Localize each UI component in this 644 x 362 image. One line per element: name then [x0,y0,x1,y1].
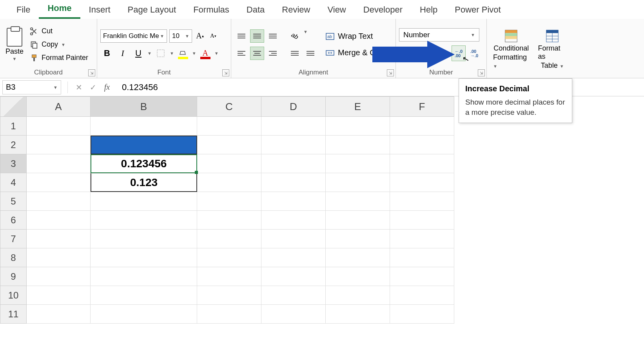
cell-B3[interactable]: 0.123456 [91,154,197,173]
cell-A11[interactable] [27,305,91,324]
number-format-select[interactable]: Number▼ [399,28,479,42]
cancel-formula-button[interactable]: ✕ [72,80,86,94]
row-header-6[interactable]: 6 [0,211,27,230]
cell-D9[interactable] [261,267,326,286]
cell-B5[interactable] [91,192,197,211]
cell-E10[interactable] [326,286,390,305]
conditional-formatting-button[interactable]: Conditional Formatting ▼ [490,28,532,71]
tab-file[interactable]: File [8,2,39,19]
cell-B7[interactable] [91,230,197,248]
clipboard-dialog-launcher[interactable]: ⇲ [88,69,95,76]
row-header-4[interactable]: 4 [0,173,27,192]
cell-F10[interactable] [390,286,454,305]
tab-home[interactable]: Home [39,0,80,19]
tab-view[interactable]: View [319,2,354,19]
column-header-E[interactable]: E [326,96,390,117]
tab-insert[interactable]: Insert [80,2,119,19]
cell-D4[interactable] [261,173,326,192]
font-color-button[interactable]: A [199,47,212,60]
cell-E1[interactable] [326,117,390,136]
chevron-down-icon[interactable]: ▼ [303,29,308,43]
cell-C8[interactable] [197,248,261,267]
cell-C4[interactable] [197,173,261,192]
cell-A6[interactable] [27,211,91,230]
row-header-3[interactable]: 3 [0,154,27,173]
borders-button[interactable] [154,47,167,60]
cell-F4[interactable] [390,173,454,192]
orientation-button[interactable]: ab [288,29,302,43]
chevron-down-icon[interactable]: ▼ [214,51,219,56]
cell-F11[interactable] [390,305,454,324]
cell-F3[interactable] [390,154,454,173]
number-dialog-launcher[interactable]: ⇲ [478,69,485,76]
fill-color-button[interactable] [176,47,190,60]
align-left-button[interactable] [234,47,249,60]
cell-F7[interactable] [390,230,454,248]
bold-button[interactable]: B [100,47,114,60]
cell-F9[interactable] [390,267,454,286]
decrease-font-button[interactable]: A▾ [208,29,219,43]
cell-C3[interactable] [197,154,261,173]
tab-power-pivot[interactable]: Power Pivot [446,2,509,19]
cell-D7[interactable] [261,230,326,248]
cell-B2[interactable] [91,136,197,154]
tab-help[interactable]: Help [411,2,446,19]
italic-button[interactable]: I [116,47,129,60]
cell-C7[interactable] [197,230,261,248]
row-header-2[interactable]: 2 [0,136,27,154]
cell-D8[interactable] [261,248,326,267]
cell-A4[interactable] [27,173,91,192]
cell-C5[interactable] [197,192,261,211]
paste-button[interactable]: Paste ▼ [3,26,26,63]
cut-button[interactable]: Cut [28,26,90,36]
cell-E5[interactable] [326,192,390,211]
font-dialog-launcher[interactable]: ⇲ [222,69,229,76]
column-header-D[interactable]: D [261,96,326,117]
cell-E2[interactable] [326,136,390,154]
chevron-down-icon[interactable]: ▼ [192,51,196,56]
row-header-10[interactable]: 10 [0,286,27,305]
insert-function-button[interactable]: fx [100,80,114,94]
row-header-8[interactable]: 8 [0,248,27,267]
cell-B10[interactable] [91,286,197,305]
cell-B6[interactable] [91,211,197,230]
align-middle-button[interactable] [250,29,264,43]
cell-A7[interactable] [27,230,91,248]
cell-C6[interactable] [197,211,261,230]
cell-B8[interactable] [91,248,197,267]
column-header-B[interactable]: B [91,96,197,117]
cell-A5[interactable] [27,192,91,211]
cell-A10[interactable] [27,286,91,305]
tab-data[interactable]: Data [238,2,273,19]
align-bottom-button[interactable] [266,29,280,43]
font-name-select[interactable]: Franklin Gothic Me▼ [100,29,167,43]
cell-D10[interactable] [261,286,326,305]
increase-indent-button[interactable] [303,47,317,60]
row-header-11[interactable]: 11 [0,305,27,324]
tab-page-layout[interactable]: Page Layout [119,2,185,19]
cell-E3[interactable] [326,154,390,173]
cell-B11[interactable] [91,305,197,324]
cell-E4[interactable] [326,173,390,192]
cell-C1[interactable] [197,117,261,136]
name-box[interactable]: B3▼ [2,80,61,94]
cell-F1[interactable] [390,117,454,136]
column-header-F[interactable]: F [390,96,454,117]
cell-C11[interactable] [197,305,261,324]
row-header-5[interactable]: 5 [0,192,27,211]
tab-developer[interactable]: Developer [355,2,411,19]
font-size-select[interactable]: 10▼ [169,29,192,43]
cell-D5[interactable] [261,192,326,211]
cell-A8[interactable] [27,248,91,267]
cell-F2[interactable] [390,136,454,154]
increase-font-button[interactable]: A▴ [194,29,205,43]
chevron-down-icon[interactable]: ▼ [61,42,65,47]
cell-B4[interactable]: 0.123 [91,173,197,192]
align-right-button[interactable] [266,47,280,60]
cell-E7[interactable] [326,230,390,248]
column-header-A[interactable]: A [27,96,91,117]
chevron-down-icon[interactable]: ▼ [170,51,174,56]
select-all-corner[interactable] [0,96,27,117]
column-header-C[interactable]: C [197,96,261,117]
enter-formula-button[interactable]: ✓ [86,80,100,94]
